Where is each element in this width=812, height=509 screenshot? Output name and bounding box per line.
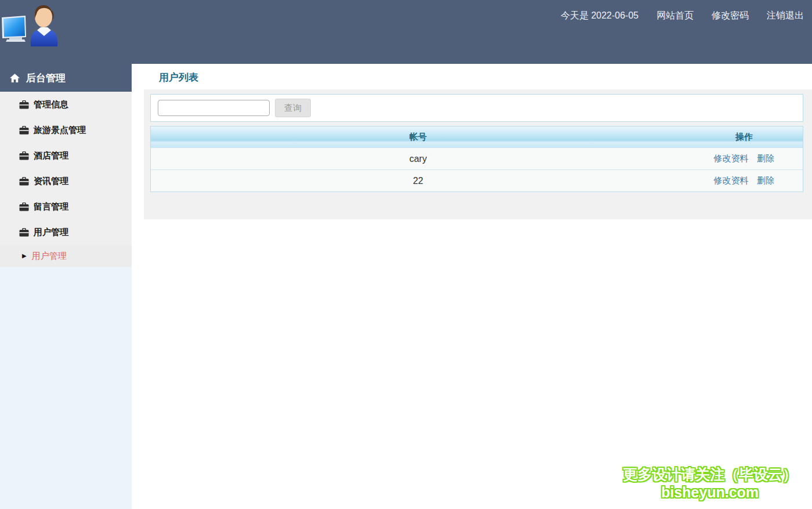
sidebar-item-label: 酒店管理 (34, 150, 68, 161)
watermark: 更多设计请关注（毕设云） bisheyun.com (623, 465, 797, 501)
search-bar: 查询 (150, 94, 803, 122)
sidebar-subitem-users[interactable]: ▶ 用户管理 (0, 245, 132, 267)
watermark-line1: 更多设计请关注（毕设云） (623, 465, 797, 483)
edit-profile-link[interactable]: 修改资料 (714, 175, 749, 185)
search-button[interactable]: 查询 (275, 99, 311, 117)
person-icon (31, 5, 58, 46)
table-row: cary 修改资料 删除 (151, 147, 803, 169)
delete-link[interactable]: 删除 (757, 175, 774, 185)
top-nav: 今天是 2022-06-05 网站首页 修改密码 注销退出 (561, 10, 804, 22)
sidebar-header: 后台管理 (0, 64, 132, 92)
sidebar-item-hotels[interactable]: 酒店管理 (0, 143, 132, 168)
briefcase-icon (19, 228, 29, 237)
sidebar-item-label: 管理信息 (34, 99, 68, 110)
nav-change-password[interactable]: 修改密码 (712, 10, 749, 22)
search-input[interactable] (158, 100, 270, 116)
briefcase-icon (19, 100, 29, 109)
sidebar-title: 后台管理 (26, 71, 66, 85)
briefcase-icon (19, 126, 29, 135)
briefcase-icon (19, 151, 29, 160)
briefcase-icon (19, 177, 29, 186)
monitor-icon (2, 16, 26, 42)
sidebar-item-attractions[interactable]: 旅游景点管理 (0, 117, 132, 143)
table-row: 22 修改资料 删除 (151, 169, 803, 192)
triangle-right-icon: ▶ (22, 253, 27, 259)
main-content: 用户列表 查询 帐号 操作 cary 修改资料 删除 22 修改资料 (132, 64, 812, 509)
account-cell: cary (151, 154, 686, 164)
sidebar-subitem-label: 用户管理 (32, 251, 67, 262)
nav-site-home[interactable]: 网站首页 (657, 10, 694, 22)
nav-logout[interactable]: 注销退出 (767, 10, 804, 22)
sidebar-item-users[interactable]: 用户管理 (0, 219, 132, 245)
delete-link[interactable]: 删除 (757, 153, 774, 163)
home-icon (10, 74, 20, 82)
sidebar-item-label: 留言管理 (34, 201, 68, 212)
actions-cell: 修改资料 删除 (686, 175, 803, 186)
sidebar-item-manage-info[interactable]: 管理信息 (0, 92, 132, 117)
table-header-row: 帐号 操作 (151, 127, 803, 147)
actions-cell: 修改资料 删除 (686, 153, 803, 164)
content-panel: 查询 帐号 操作 cary 修改资料 删除 22 修改资料 删除 (144, 89, 812, 219)
sidebar: 后台管理 管理信息 旅游景点管理 酒店管理 资讯管理 留言管理 用户管理 ▶ (0, 64, 132, 509)
briefcase-icon (19, 203, 29, 211)
edit-profile-link[interactable]: 修改资料 (714, 153, 749, 163)
sidebar-item-messages[interactable]: 留言管理 (0, 194, 132, 219)
sidebar-item-news[interactable]: 资讯管理 (0, 168, 132, 194)
watermark-line2: bisheyun.com (623, 483, 797, 501)
sidebar-item-label: 旅游景点管理 (34, 125, 86, 136)
account-cell: 22 (151, 176, 686, 186)
user-table: 帐号 操作 cary 修改资料 删除 22 修改资料 删除 (150, 126, 803, 192)
sidebar-item-label: 用户管理 (34, 227, 68, 238)
sidebar-menu: 管理信息 旅游景点管理 酒店管理 资讯管理 留言管理 用户管理 ▶ 用户管理 (0, 92, 132, 267)
page-title: 用户列表 (159, 72, 812, 84)
sidebar-background (0, 267, 132, 509)
date-text: 今天是 2022-06-05 (561, 10, 639, 22)
column-header-account: 帐号 (151, 132, 686, 143)
sidebar-item-label: 资讯管理 (34, 176, 68, 187)
top-header: 今天是 2022-06-05 网站首页 修改密码 注销退出 (0, 0, 812, 64)
column-header-actions: 操作 (686, 132, 803, 143)
admin-avatar-logo (0, 1, 59, 53)
